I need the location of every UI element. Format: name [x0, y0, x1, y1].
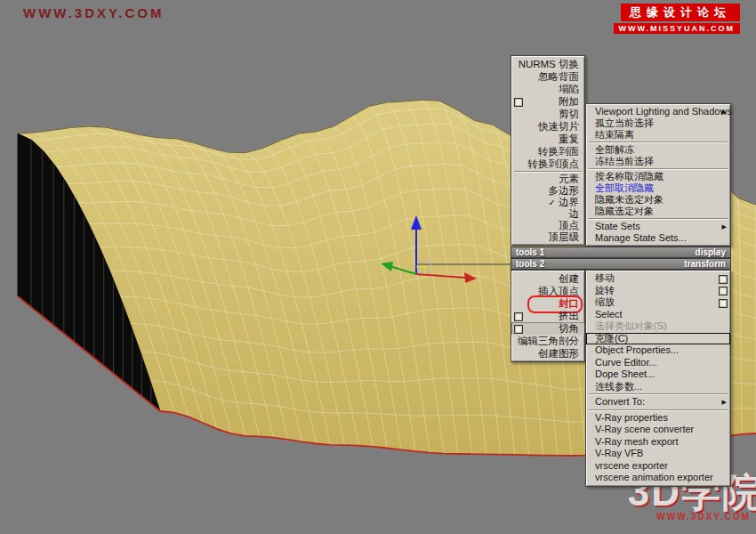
menu-item-label: 连线参数... [595, 381, 642, 392]
menu-item[interactable]: V-Ray mesh export [586, 436, 730, 449]
menu-item[interactable]: 挤出 [511, 310, 584, 322]
menu-item[interactable]: 创建图形 [511, 347, 584, 360]
menu-item[interactable]: 塌陷 [511, 83, 584, 95]
menu-item[interactable]: V-Ray properties [586, 412, 730, 425]
menu-item-label: vrscene exporter [595, 460, 668, 471]
menu-item-label: 结束隔离 [595, 129, 634, 140]
submenu-arrow-icon: ▶ [722, 221, 727, 232]
menu-item-label: 重复 [559, 134, 579, 144]
menu-item[interactable]: Dope Sheet... [586, 368, 730, 381]
menu-item[interactable]: 结束隔离 [586, 129, 730, 141]
menu-item[interactable]: V-Ray VFB [586, 448, 730, 460]
menu-item-label: 冻结当前选择 [595, 156, 654, 166]
menu-item[interactable]: 移动 [586, 272, 730, 285]
menu-item[interactable]: 重复 [511, 133, 584, 145]
menu-item-label: State Sets [595, 221, 640, 231]
menu-item-label: 编辑三角剖分 [518, 336, 579, 346]
menu-item[interactable]: 元素 [511, 174, 584, 185]
menu-item[interactable]: 缩放 [586, 296, 730, 309]
menu-item-label: 旋转 [595, 285, 615, 295]
menu-item[interactable]: 编辑三角剖分 [511, 335, 584, 347]
watermark-3dxy-url: WWW.3DXY.COM [23, 5, 165, 20]
menu-item[interactable]: Curve Editor... [586, 357, 730, 369]
menu-item[interactable]: 按名称取消隐藏 [586, 171, 730, 182]
menu-item-label: 全部解冻 [595, 144, 634, 155]
menu-item[interactable]: 连线参数... [586, 381, 730, 393]
menu-item-label: 边界 [559, 197, 579, 207]
menu-item[interactable]: 附加 [511, 95, 584, 108]
menu-item[interactable]: 隐藏选定对象 [586, 206, 730, 217]
menu-item-label: Viewport Lighting and Shadows [595, 106, 732, 117]
menu-separator [589, 218, 728, 220]
menu-item[interactable]: 全部取消隐藏 [586, 182, 730, 194]
menu-item-label: 隐藏未选定对象 [595, 194, 664, 205]
quad-bar-left-label: tools 2 [516, 259, 544, 269]
settings-box-icon[interactable] [719, 287, 728, 295]
menu-item-label: 元素 [559, 174, 579, 184]
settings-box-icon[interactable] [719, 275, 728, 284]
menu-item[interactable]: 切角 [511, 322, 584, 335]
menu-item[interactable]: vrscene exporter [586, 460, 730, 473]
menu-separator [589, 168, 728, 170]
menu-item-label: 切角 [559, 323, 579, 334]
menu-item[interactable]: ✓边界 [511, 197, 584, 208]
menu-item-label: 孤立当前选择 [595, 117, 654, 128]
menu-item-label: Curve Editor... [595, 357, 657, 368]
menu-item[interactable]: 剪切 [511, 108, 584, 120]
menu-separator [589, 142, 728, 143]
menu-item[interactable]: NURMS 切换 [511, 58, 584, 70]
menu-item[interactable]: 转换到顶点 [511, 158, 584, 170]
settings-box-icon[interactable] [514, 98, 523, 107]
menu-item[interactable]: 创建 [511, 272, 584, 285]
menu-item[interactable]: 旋转 [586, 285, 730, 297]
menu-item[interactable]: 封口 [511, 297, 584, 310]
settings-box-icon[interactable] [719, 299, 728, 308]
menu-item-label: vrscene animation exporter [595, 472, 713, 482]
menu-item-label: 顶层级 [549, 231, 580, 242]
menu-item-label: 快速切片 [538, 121, 579, 132]
menu-item[interactable]: State Sets▶ [586, 221, 730, 232]
quad-bar-tools1-display[interactable]: tools 1 display [511, 247, 731, 258]
menu-item-label: 忽略背面 [538, 71, 579, 82]
quad-bar-tools2-transform[interactable]: tools 2 transform [511, 258, 731, 270]
menu-item[interactable]: 插入顶点 [511, 285, 584, 297]
menu-item[interactable]: 隐藏未选定对象 [586, 194, 730, 206]
menu-item-label: 剪切 [559, 109, 579, 119]
menu-item-label: 移动 [595, 272, 615, 283]
menu-item[interactable]: 边 [511, 208, 584, 220]
settings-box-icon[interactable] [514, 325, 523, 334]
menu-item-label: 转换到面 [538, 146, 579, 157]
menu-item-label: V-Ray mesh export [595, 436, 679, 447]
menu-item[interactable]: 转换到面 [511, 145, 584, 158]
menu-item-label: 边 [569, 208, 580, 219]
menu-item[interactable]: 多边形 [511, 185, 584, 197]
menu-item[interactable]: 快速切片 [511, 120, 584, 133]
menu-item[interactable]: Object Properties... [586, 344, 730, 357]
menu-item-label: 转换到顶点 [528, 158, 580, 169]
menu-item-label: NURMS 切换 [519, 59, 579, 69]
menu-item[interactable]: Manage State Sets... [586, 232, 730, 244]
menu-item-label: 选择类似对象(S) [595, 320, 667, 331]
menu-item[interactable]: Convert To:▶ [586, 396, 730, 409]
menu-item[interactable]: vrscene animation exporter [586, 472, 730, 484]
menu-item-label: 塌陷 [559, 84, 579, 94]
menu-item-label: 创建图形 [538, 348, 579, 359]
menu-item[interactable]: 全部解冻 [586, 144, 730, 156]
menu-item-label: 封口 [559, 298, 579, 309]
menu-item[interactable]: 忽略背面 [511, 70, 584, 83]
menu-item: 选择类似对象(S) [586, 320, 730, 333]
menu-item[interactable]: Select [586, 309, 730, 321]
menu-item-label: 隐藏选定对象 [595, 206, 654, 216]
menu-item-label: V-Ray VFB [595, 448, 643, 458]
menu-item[interactable]: Viewport Lighting and Shadows▶ [586, 106, 730, 117]
menu-item-label: Object Properties... [595, 344, 679, 355]
menu-item[interactable]: 顶点 [511, 220, 584, 231]
menu-item[interactable]: 冻结当前选择 [586, 156, 730, 167]
menu-item[interactable]: 孤立当前选择 [586, 117, 730, 129]
settings-box-icon[interactable] [514, 312, 523, 321]
menu-item[interactable]: V-Ray scene converter [586, 424, 730, 436]
menu-item-label: 缩放 [595, 296, 615, 307]
quad-menu-display: Viewport Lighting and Shadows▶孤立当前选择结束隔离… [585, 103, 731, 247]
menu-item[interactable]: 顶层级 [511, 231, 584, 243]
menu-item[interactable]: 克隆(C) [586, 333, 730, 345]
